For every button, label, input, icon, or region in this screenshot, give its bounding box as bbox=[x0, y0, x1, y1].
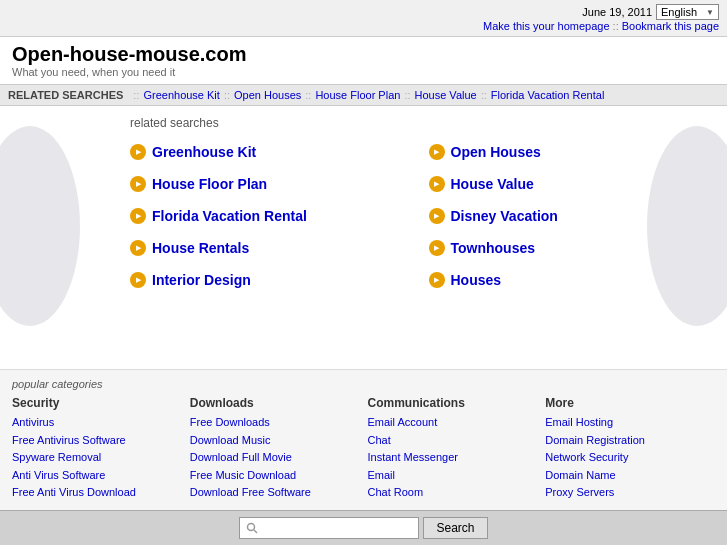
site-header: Open-house-mouse.com What you need, when… bbox=[0, 37, 727, 85]
sep1: :: bbox=[133, 89, 139, 101]
cat-link[interactable]: Antivirus bbox=[12, 414, 182, 432]
link-houses[interactable]: Houses bbox=[451, 272, 502, 288]
cat-link[interactable]: Free Downloads bbox=[190, 414, 360, 432]
language-select[interactable]: English bbox=[657, 5, 718, 19]
top-bar: June 19, 2011 English Make this your hom… bbox=[0, 0, 727, 37]
cat-link[interactable]: Download Full Movie bbox=[190, 449, 360, 467]
cat-link[interactable]: Free Antivirus Software bbox=[12, 432, 182, 450]
main-content: related searches Greenhouse Kit Open Hou… bbox=[0, 106, 727, 510]
link-interior-design[interactable]: Interior Design bbox=[152, 272, 251, 288]
date-label: June 19, 2011 bbox=[582, 6, 652, 18]
cat-link[interactable]: Chat bbox=[368, 432, 538, 450]
list-item: Greenhouse Kit bbox=[130, 140, 409, 164]
arrow-icon bbox=[429, 240, 445, 256]
related-searches-label: RELATED SEARCHES bbox=[8, 89, 123, 101]
cat-link[interactable]: Spyware Removal bbox=[12, 449, 182, 467]
lang-row: June 19, 2011 English bbox=[582, 4, 719, 20]
related-link-housevalue[interactable]: House Value bbox=[415, 89, 477, 101]
arrow-icon bbox=[429, 176, 445, 192]
language-selector[interactable]: English bbox=[656, 4, 719, 20]
arrow-icon bbox=[130, 208, 146, 224]
search-button[interactable]: Search bbox=[423, 517, 487, 539]
arrow-icon bbox=[130, 240, 146, 256]
link-house-value[interactable]: House Value bbox=[451, 176, 534, 192]
link-greenhouse-kit[interactable]: Greenhouse Kit bbox=[152, 144, 256, 160]
cat-link[interactable]: Free Anti Virus Download bbox=[12, 484, 182, 502]
list-item: House Floor Plan bbox=[130, 172, 409, 196]
search-links-grid: Greenhouse Kit Open Houses House Floor P… bbox=[130, 140, 707, 292]
related-link-florida[interactable]: Florida Vacation Rental bbox=[491, 89, 605, 101]
arrow-icon bbox=[130, 176, 146, 192]
cat-header-downloads: Downloads bbox=[190, 396, 360, 410]
cat-link[interactable]: Network Security bbox=[545, 449, 715, 467]
cat-link[interactable]: Email Hosting bbox=[545, 414, 715, 432]
popular-categories: popular categories Security Antivirus Fr… bbox=[0, 369, 727, 510]
link-townhouses[interactable]: Townhouses bbox=[451, 240, 536, 256]
site-title: Open-house-mouse.com bbox=[12, 43, 715, 66]
categories-grid: Security Antivirus Free Antivirus Softwa… bbox=[12, 396, 715, 502]
category-more: More Email Hosting Domain Registration N… bbox=[545, 396, 715, 502]
arrow-icon bbox=[429, 208, 445, 224]
cat-link[interactable]: Free Music Download bbox=[190, 467, 360, 485]
link-disney-vacation[interactable]: Disney Vacation bbox=[451, 208, 558, 224]
cat-link[interactable]: Download Free Software bbox=[190, 484, 360, 502]
category-communications: Communications Email Account Chat Instan… bbox=[368, 396, 538, 502]
cat-header-communications: Communications bbox=[368, 396, 538, 410]
link-house-rentals[interactable]: House Rentals bbox=[152, 240, 249, 256]
related-searches-bar: RELATED SEARCHES :: Greenhouse Kit :: Op… bbox=[0, 85, 727, 106]
cat-link[interactable]: Domain Registration bbox=[545, 432, 715, 450]
arrow-icon bbox=[429, 272, 445, 288]
top-bar-right: June 19, 2011 English Make this your hom… bbox=[483, 4, 719, 32]
category-downloads: Downloads Free Downloads Download Music … bbox=[190, 396, 360, 502]
link-florida-vacation[interactable]: Florida Vacation Rental bbox=[152, 208, 307, 224]
link-separator: :: bbox=[613, 20, 622, 32]
bottom-search-bar: Search bbox=[0, 510, 727, 545]
related-link-greenhouse[interactable]: Greenhouse Kit bbox=[143, 89, 219, 101]
search-input[interactable] bbox=[239, 517, 419, 539]
category-security: Security Antivirus Free Antivirus Softwa… bbox=[12, 396, 182, 502]
bookmark-link[interactable]: Bookmark this page bbox=[622, 20, 719, 32]
list-item: Florida Vacation Rental bbox=[130, 204, 409, 228]
cat-link[interactable]: Instant Messenger bbox=[368, 449, 538, 467]
link-open-houses[interactable]: Open Houses bbox=[451, 144, 541, 160]
utility-links: Make this your homepage :: Bookmark this… bbox=[483, 20, 719, 32]
cat-link[interactable]: Download Music bbox=[190, 432, 360, 450]
section-title: related searches bbox=[130, 116, 707, 130]
cat-link[interactable]: Proxy Servers bbox=[545, 484, 715, 502]
cat-header-more: More bbox=[545, 396, 715, 410]
arrow-icon bbox=[130, 272, 146, 288]
related-link-housefloor[interactable]: House Floor Plan bbox=[315, 89, 400, 101]
cat-link[interactable]: Email bbox=[368, 467, 538, 485]
cat-link[interactable]: Email Account bbox=[368, 414, 538, 432]
related-link-openhouses[interactable]: Open Houses bbox=[234, 89, 301, 101]
site-tagline: What you need, when you need it bbox=[12, 66, 715, 78]
arrow-icon bbox=[130, 144, 146, 160]
list-item: House Rentals bbox=[130, 236, 409, 260]
homepage-link[interactable]: Make this your homepage bbox=[483, 20, 610, 32]
list-item: Interior Design bbox=[130, 268, 409, 292]
arrow-icon bbox=[429, 144, 445, 160]
link-house-floor-plan[interactable]: House Floor Plan bbox=[152, 176, 267, 192]
cat-header-security: Security bbox=[12, 396, 182, 410]
popular-categories-title: popular categories bbox=[12, 378, 715, 390]
cat-link[interactable]: Chat Room bbox=[368, 484, 538, 502]
cat-link[interactable]: Domain Name bbox=[545, 467, 715, 485]
search-links-area: related searches Greenhouse Kit Open Hou… bbox=[0, 106, 727, 369]
cat-link[interactable]: Anti Virus Software bbox=[12, 467, 182, 485]
